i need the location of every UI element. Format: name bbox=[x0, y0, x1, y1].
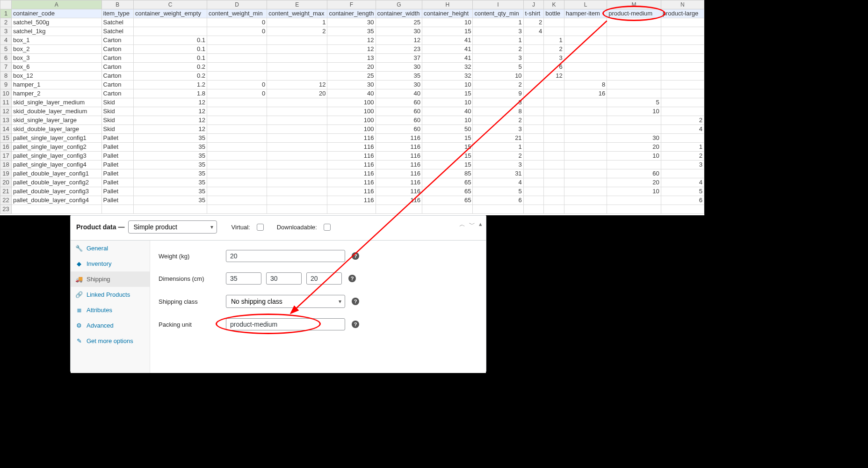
cell[interactable]: 116 bbox=[376, 169, 422, 178]
virtual-checkbox[interactable] bbox=[257, 224, 264, 231]
cell[interactable]: Satchel bbox=[101, 27, 133, 36]
cell[interactable] bbox=[544, 125, 564, 134]
cell[interactable]: 12 bbox=[544, 72, 564, 80]
cell[interactable]: Pallet bbox=[101, 187, 133, 196]
cell[interactable]: 41 bbox=[422, 54, 473, 63]
cell[interactable] bbox=[564, 205, 607, 214]
cell[interactable]: 15 bbox=[422, 152, 473, 161]
cell[interactable]: box_2 bbox=[12, 45, 102, 54]
cell[interactable]: 10 bbox=[422, 80, 473, 89]
cell[interactable]: 100 bbox=[327, 125, 376, 134]
cell[interactable] bbox=[564, 45, 607, 54]
cell[interactable] bbox=[523, 89, 544, 98]
cell[interactable]: 85 bbox=[422, 169, 473, 178]
sidebar-item-advanced[interactable]: ⚙Advanced bbox=[71, 318, 150, 333]
dim-length-input[interactable] bbox=[226, 272, 261, 285]
cell[interactable]: 20 bbox=[607, 178, 661, 187]
cell[interactable]: 12 bbox=[376, 36, 422, 45]
cell[interactable] bbox=[523, 187, 544, 196]
cell[interactable] bbox=[607, 36, 661, 45]
cell[interactable]: 0.1 bbox=[133, 36, 207, 45]
cell[interactable] bbox=[661, 45, 704, 54]
cell[interactable]: 0 bbox=[207, 18, 267, 27]
cell[interactable]: 60 bbox=[376, 125, 422, 134]
cell[interactable]: 13 bbox=[327, 54, 376, 63]
cell[interactable]: 23 bbox=[376, 45, 422, 54]
cell[interactable] bbox=[523, 63, 544, 72]
cell[interactable] bbox=[564, 178, 607, 187]
cell[interactable] bbox=[207, 116, 267, 125]
cell[interactable]: 3 bbox=[473, 98, 523, 107]
cell[interactable]: 12 bbox=[327, 45, 376, 54]
cell[interactable]: 1.8 bbox=[133, 89, 207, 98]
cell[interactable] bbox=[661, 134, 704, 143]
cell[interactable] bbox=[207, 196, 267, 205]
cell[interactable]: 116 bbox=[327, 161, 376, 169]
cell[interactable] bbox=[267, 63, 327, 72]
product-type-select[interactable]: Simple product bbox=[128, 220, 217, 234]
cell[interactable] bbox=[523, 80, 544, 89]
cell[interactable]: 25 bbox=[376, 18, 422, 27]
cell[interactable]: 1 bbox=[544, 36, 564, 45]
cell[interactable] bbox=[267, 205, 327, 214]
cell[interactable]: 116 bbox=[327, 143, 376, 152]
cell[interactable]: 1 bbox=[473, 143, 523, 152]
row-header[interactable]: 11 bbox=[0, 98, 12, 107]
cell[interactable]: 40 bbox=[327, 89, 376, 98]
cell[interactable] bbox=[564, 116, 607, 125]
cell[interactable] bbox=[564, 54, 607, 63]
cell[interactable]: 35 bbox=[376, 72, 422, 80]
cell[interactable] bbox=[267, 152, 327, 161]
cell[interactable] bbox=[544, 161, 564, 169]
cell[interactable]: 32 bbox=[422, 63, 473, 72]
cell[interactable]: 116 bbox=[327, 134, 376, 143]
cell[interactable]: 0.1 bbox=[133, 54, 207, 63]
cell[interactable]: 0 bbox=[207, 80, 267, 89]
cell[interactable]: product-medium bbox=[607, 9, 661, 18]
cell[interactable]: 5 bbox=[607, 98, 661, 107]
cell[interactable] bbox=[607, 205, 661, 214]
cell[interactable]: 6 bbox=[473, 196, 523, 205]
cell[interactable]: 10 bbox=[473, 72, 523, 80]
cell[interactable]: 2 bbox=[473, 116, 523, 125]
cell[interactable]: 37 bbox=[376, 54, 422, 63]
cell[interactable] bbox=[523, 196, 544, 205]
cell[interactable] bbox=[207, 125, 267, 134]
cell[interactable]: Carton bbox=[101, 72, 133, 80]
row-header[interactable]: 2 bbox=[0, 18, 12, 27]
cell[interactable]: item_type bbox=[101, 9, 133, 18]
cell[interactable]: 2 bbox=[473, 80, 523, 89]
cell[interactable] bbox=[207, 187, 267, 196]
cell[interactable]: 3 bbox=[473, 125, 523, 134]
help-icon[interactable]: ? bbox=[352, 321, 359, 328]
cell[interactable]: 15 bbox=[422, 161, 473, 169]
cell[interactable]: 40 bbox=[422, 107, 473, 116]
weight-input[interactable] bbox=[226, 250, 345, 262]
cell[interactable] bbox=[207, 205, 267, 214]
downloadable-checkbox[interactable] bbox=[324, 224, 331, 231]
cell[interactable]: 5 bbox=[661, 187, 704, 196]
cell[interactable] bbox=[523, 107, 544, 116]
cell[interactable]: pallet_single_layer_config3 bbox=[12, 152, 102, 161]
cell[interactable]: Carton bbox=[101, 45, 133, 54]
cell[interactable]: skid_double_layer_large bbox=[12, 125, 102, 134]
cell[interactable]: 35 bbox=[133, 143, 207, 152]
cell[interactable]: pallet_double_layer_config2 bbox=[12, 178, 102, 187]
column-header-E[interactable]: E bbox=[267, 0, 327, 9]
cell[interactable] bbox=[207, 72, 267, 80]
sidebar-item-linked[interactable]: 🔗Linked Products bbox=[71, 287, 150, 302]
cell[interactable] bbox=[661, 72, 704, 80]
cell[interactable]: 30 bbox=[376, 80, 422, 89]
cell[interactable]: 2 bbox=[661, 152, 704, 161]
cell[interactable]: 15 bbox=[422, 143, 473, 152]
cell[interactable] bbox=[661, 36, 704, 45]
cell[interactable] bbox=[564, 196, 607, 205]
cell[interactable] bbox=[607, 125, 661, 134]
cell[interactable]: satchel_500g bbox=[12, 18, 102, 27]
cell[interactable] bbox=[607, 54, 661, 63]
cell[interactable] bbox=[661, 63, 704, 72]
cell[interactable] bbox=[564, 27, 607, 36]
cell[interactable] bbox=[523, 54, 544, 63]
cell[interactable] bbox=[544, 89, 564, 98]
sheet-corner[interactable] bbox=[0, 0, 12, 9]
